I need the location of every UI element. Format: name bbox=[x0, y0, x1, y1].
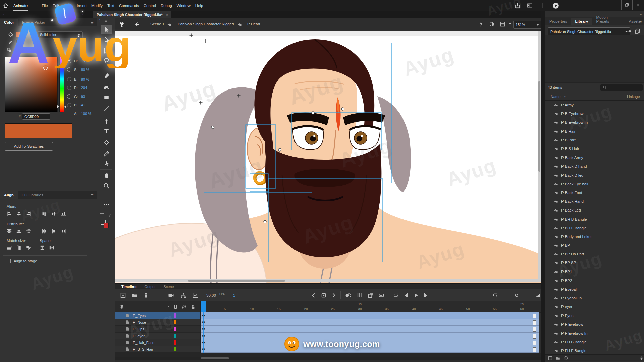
restore-button[interactable] bbox=[621, 0, 633, 10]
line-tool[interactable] bbox=[101, 104, 112, 113]
new-folder-icon[interactable] bbox=[131, 292, 138, 299]
library-item-row[interactable]: P Eyes bbox=[545, 311, 644, 320]
layer-color-chip[interactable] bbox=[174, 320, 176, 324]
layer-name[interactable]: P_Eyes bbox=[133, 314, 146, 318]
library-panel-menu-icon[interactable]: ≡ bbox=[639, 19, 642, 24]
collapse-left-dock-icon[interactable]: « bbox=[3, 12, 5, 16]
visibility-column-icon[interactable] bbox=[181, 304, 187, 310]
library-item-row[interactable]: P eyer bbox=[545, 302, 644, 311]
home-icon[interactable] bbox=[3, 3, 9, 9]
paint-bucket-tool[interactable] bbox=[101, 138, 112, 147]
hex-input[interactable] bbox=[22, 113, 50, 120]
tab-motion-presets[interactable]: Motion Presets bbox=[592, 14, 625, 25]
asset-warp-tool[interactable] bbox=[101, 159, 112, 168]
pin-library-icon[interactable] bbox=[626, 28, 632, 34]
tab-library[interactable]: Library bbox=[571, 18, 592, 25]
align-h-center-button[interactable] bbox=[14, 210, 23, 217]
layer-row[interactable]: P_Hair_Face bbox=[115, 339, 541, 346]
outline-column-icon[interactable] bbox=[173, 304, 178, 310]
library-item-row[interactable]: P B Eyebrow In bbox=[545, 118, 644, 127]
tab-timeline[interactable]: Timeline bbox=[118, 285, 140, 289]
clip-content-icon[interactable] bbox=[489, 21, 495, 27]
library-item-row[interactable]: P Back Hand bbox=[545, 197, 644, 206]
color-value[interactable]: 19 ° bbox=[81, 59, 88, 63]
match-width-button[interactable] bbox=[5, 244, 13, 251]
color-value[interactable]: 204 bbox=[81, 86, 87, 90]
layer-color-chip[interactable] bbox=[174, 334, 176, 338]
tab-cc-libraries[interactable]: CC Libraries bbox=[18, 191, 47, 199]
distribute-bottom-button[interactable] bbox=[24, 227, 33, 235]
free-transform-tool[interactable] bbox=[101, 46, 112, 55]
breadcrumb-scene[interactable]: Scene 1 bbox=[150, 22, 164, 26]
layer-parenting-icon[interactable] bbox=[180, 292, 187, 299]
stroke-color-icon[interactable] bbox=[7, 39, 13, 45]
layer-name[interactable]: P_eyer bbox=[133, 334, 145, 338]
library-item-row[interactable]: P Army bbox=[545, 101, 644, 109]
text-tool[interactable] bbox=[101, 126, 112, 135]
color-value[interactable]: 93 bbox=[81, 95, 85, 99]
layer-name[interactable]: P_Nose bbox=[133, 320, 146, 324]
minimize-button[interactable] bbox=[610, 0, 621, 10]
edit-multiple-frames-icon[interactable] bbox=[367, 292, 374, 299]
library-item-row[interactable]: P B Eyebrow bbox=[545, 109, 644, 118]
screen-mode-icon[interactable] bbox=[99, 212, 105, 218]
radio-icon[interactable] bbox=[67, 77, 71, 81]
library-item-row[interactable]: P Body and Loket bbox=[545, 232, 644, 241]
library-item-row[interactable]: P BH F Bangle bbox=[545, 224, 644, 232]
menu-item[interactable]: File bbox=[39, 4, 50, 8]
stage-canvas[interactable] bbox=[115, 31, 541, 283]
menu-item[interactable]: Commands bbox=[117, 4, 141, 8]
radio-icon[interactable] bbox=[67, 86, 71, 90]
menu-item[interactable]: Modify bbox=[89, 4, 105, 8]
center-frame-icon[interactable] bbox=[478, 21, 484, 27]
color-preview-swatch[interactable] bbox=[5, 123, 72, 138]
library-item-row[interactable]: P BP Dh Part bbox=[545, 250, 644, 258]
new-library-panel-icon[interactable] bbox=[635, 28, 640, 34]
delete-layer-icon[interactable] bbox=[143, 292, 149, 299]
sort-arrow-icon[interactable]: ↑ bbox=[564, 95, 566, 99]
test-movie-icon[interactable] bbox=[552, 2, 559, 9]
layer-row[interactable]: P_B_S_Hair bbox=[115, 346, 541, 353]
match-both-button[interactable] bbox=[24, 244, 33, 251]
tab-align[interactable]: Align bbox=[0, 191, 18, 199]
align-to-stage-checkbox[interactable] bbox=[6, 259, 11, 263]
layer-row[interactable]: P_Lips bbox=[115, 326, 541, 333]
layer-frames-track[interactable] bbox=[201, 339, 539, 346]
menu-item[interactable]: View bbox=[62, 4, 75, 8]
library-search-input[interactable] bbox=[608, 85, 642, 90]
share-icon[interactable] bbox=[514, 2, 521, 9]
previous-keyframe-icon[interactable] bbox=[310, 292, 317, 299]
loop-playback-icon[interactable] bbox=[392, 292, 399, 299]
tools-menu-icon[interactable]: ≡ bbox=[105, 18, 107, 23]
align-right-button[interactable] bbox=[24, 210, 33, 217]
layer-frames-track[interactable] bbox=[201, 326, 539, 333]
next-keyframe-icon[interactable] bbox=[330, 292, 337, 299]
library-item-row[interactable]: P Back Eye ball bbox=[545, 180, 644, 188]
layer-name[interactable]: P_Lips bbox=[133, 327, 144, 331]
selection-tool[interactable] bbox=[101, 25, 112, 34]
linkage-column-header[interactable]: Linkage bbox=[627, 95, 640, 99]
back-icon[interactable] bbox=[133, 21, 140, 28]
menu-item[interactable]: Debug bbox=[158, 4, 174, 8]
close-tab-icon[interactable]: × bbox=[166, 13, 168, 17]
zoom-tool[interactable] bbox=[101, 181, 112, 190]
zoom-level-dropdown[interactable]: 151% bbox=[513, 21, 541, 29]
stroke-color-chip[interactable] bbox=[16, 40, 23, 45]
modify-markers-icon[interactable] bbox=[378, 292, 385, 299]
play-icon[interactable] bbox=[413, 292, 419, 299]
radio-icon[interactable] bbox=[67, 94, 71, 99]
lock-column-icon[interactable] bbox=[190, 304, 196, 310]
menu-item[interactable]: Text bbox=[105, 4, 117, 8]
library-item-row[interactable]: P BH B Bangle bbox=[545, 215, 644, 223]
current-frame-value[interactable]: 1 bbox=[233, 293, 235, 297]
layer-frames-track[interactable] bbox=[201, 312, 539, 319]
subselection-tool[interactable] bbox=[101, 35, 112, 44]
library-item-row[interactable]: P FH F Bangle bbox=[545, 346, 644, 355]
resize-timeline-icon[interactable] bbox=[534, 292, 541, 299]
menu-item[interactable]: Help bbox=[193, 4, 206, 8]
collapse-tools-icon[interactable]: « bbox=[82, 12, 84, 16]
library-item-row[interactable]: P BP1 bbox=[545, 267, 644, 276]
pen-tool[interactable] bbox=[101, 117, 112, 126]
reset-timeline-zoom-icon[interactable] bbox=[492, 292, 498, 299]
playhead-marker[interactable] bbox=[201, 301, 206, 312]
